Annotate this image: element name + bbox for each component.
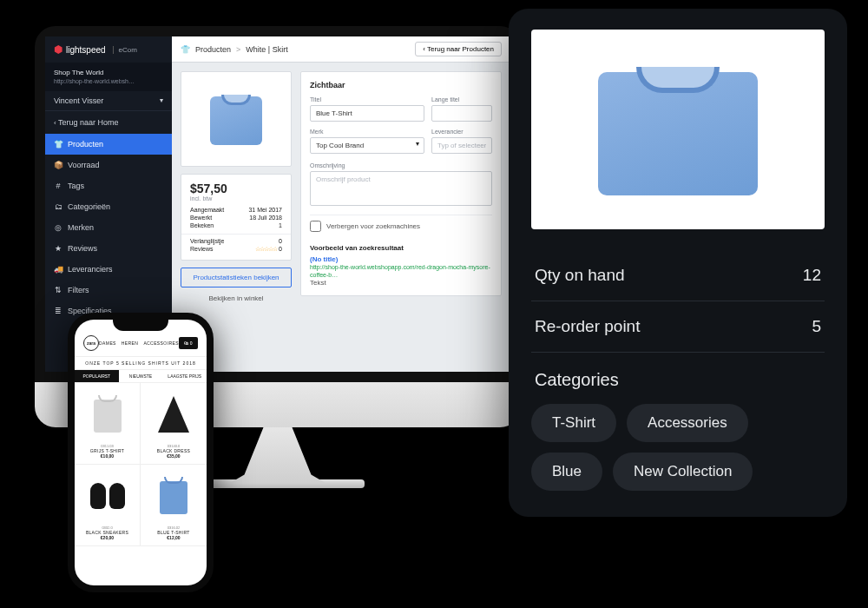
breadcrumb-leaf: White | Skirt — [246, 45, 287, 54]
desc-label: Omschrijving — [310, 162, 492, 169]
sidebar-item-merken[interactable]: ◎Merken — [45, 217, 172, 238]
form-section-visible: Zichtbaar — [310, 81, 492, 89]
mobile-nav-link[interactable]: Heren — [122, 340, 139, 346]
sidebar-item-label: Voorraad — [68, 161, 100, 169]
overlay-row-reorder: Re-order point 5 — [531, 301, 825, 353]
meta-label: Bewerkt — [190, 215, 212, 221]
chevron-down-icon: ▾ — [160, 96, 163, 104]
sidebar-item-categorieen[interactable]: 🗂Categorieën — [45, 196, 172, 217]
view-in-store-link[interactable]: Bekijken in winkel — [181, 294, 292, 302]
sort-tab-popular[interactable]: POPULAIRST — [75, 370, 119, 382]
sidebar-item-filters[interactable]: ⇅Filters — [45, 280, 172, 301]
brand-select[interactable] — [310, 137, 424, 154]
mobile-nav: Dames Heren Accessoires — [99, 340, 179, 346]
shoe-icon — [109, 483, 125, 509]
mobile-product-cell[interactable]: 0316.02 Blue T-Shirt €12,00 — [141, 465, 207, 546]
product-image-tshirt — [205, 88, 267, 150]
back-home-link[interactable]: ‹ Terug naar Home — [45, 111, 172, 134]
overlay-row-label: Re-order point — [535, 317, 640, 336]
product-summary-col: $57,50 incl. btw Aangemaakt31 Mei 2017 B… — [181, 71, 292, 302]
back-to-products-button[interactable]: ‹ Terug naar Producten — [415, 42, 502, 56]
sidebar-item-leveranciers[interactable]: 🚚Leveranciers — [45, 259, 172, 280]
breadcrumb-bar: 👕 Producten > White | Skirt ‹ Terug naar… — [172, 36, 510, 63]
shop-block[interactable]: Shop The World http://shop-the-world.web… — [45, 63, 172, 91]
meta-label: Aangemaakt — [190, 207, 224, 213]
sidebar-item-label: Categorieën — [68, 202, 110, 211]
overlay-row-value: 5 — [812, 317, 821, 336]
tee-icon — [94, 400, 122, 433]
box-icon: 📦 — [54, 161, 62, 169]
sidebar-item-label: Reviews — [68, 244, 97, 253]
category-chips: T-Shirt Accessories Blue New Collection — [531, 404, 825, 491]
brand-sub: eCom — [113, 46, 137, 54]
iphone-mock: zara Dames Heren Accessoires 🛍 0 ONZE TO… — [68, 313, 214, 592]
shirt-icon: 👕 — [54, 140, 62, 149]
mobile-product-cell[interactable]: 03140.0 Black Dress €35,00 — [141, 383, 207, 465]
long-title-input[interactable] — [431, 105, 492, 122]
preview-url[interactable]: http://shop-the-world.webshopapp.com/red… — [310, 264, 490, 278]
category-chip[interactable]: New Collection — [613, 453, 753, 491]
overlay-row-qty: Qty on hand 12 — [531, 250, 825, 301]
product-image-card[interactable] — [181, 71, 292, 167]
target-icon: ◎ — [54, 223, 62, 232]
breadcrumb-sep: > — [236, 45, 240, 54]
category-chip[interactable]: Blue — [531, 453, 602, 491]
overlay-row-value: 12 — [803, 266, 821, 285]
mobile-nav-link[interactable]: Accessoires — [143, 340, 179, 346]
sort-tab-newest[interactable]: NIEUWSTE — [119, 370, 163, 382]
mobile-heading: ONZE TOP 5 SELLING SHIRTS UIT 2018 — [75, 356, 207, 370]
product-incl: incl. btw — [190, 195, 282, 202]
shop-url: http://shop-the-world.websh… — [54, 77, 163, 86]
category-chip[interactable]: Accessories — [627, 404, 748, 442]
brand-logo: ⬢ lightspeed eCom — [45, 36, 172, 63]
product-form-card: Zichtbaar Titel Lange titel — [300, 71, 502, 296]
hide-search-checkbox[interactable] — [310, 221, 321, 232]
meta-label: Bekeken — [190, 222, 214, 228]
truck-icon: 🚚 — [54, 265, 62, 274]
ecom-body: $57,50 incl. btw Aangemaakt31 Mei 2017 B… — [172, 63, 510, 311]
product-image-tshirt — [582, 51, 773, 208]
chevron-down-icon: ▾ — [416, 140, 419, 148]
mobile-logo[interactable]: zara — [83, 335, 99, 351]
product-price: €20,00 — [78, 535, 136, 540]
sidebar-item-label: Merken — [68, 223, 94, 232]
flame-icon: ⬢ — [54, 43, 62, 56]
supplier-input[interactable] — [431, 137, 492, 154]
sidebar-item-producten[interactable]: 👕Producten — [45, 134, 172, 155]
long-title-label: Lange titel — [431, 96, 492, 102]
product-price: €12,00 — [144, 535, 203, 540]
back-button-label: Terug naar Producten — [427, 45, 494, 53]
sort-tab-low[interactable]: LAAGSTE PRIJS — [162, 370, 207, 382]
hash-icon: # — [54, 182, 62, 190]
product-price: $57,50 — [190, 182, 282, 195]
mobile-nav-link[interactable]: Dames — [99, 340, 116, 346]
desc-textarea[interactable]: Omschrijf product — [310, 171, 492, 206]
shop-name: Shop The World — [54, 68, 163, 77]
sidebar-item-tags[interactable]: #Tags — [45, 175, 172, 196]
brand-name: lightspeed — [66, 45, 106, 55]
mobile-product-grid: 0311.03 Grijs T-shirt €10,00 03140.0 Bla… — [75, 383, 207, 546]
breadcrumb-root[interactable]: Producten — [195, 45, 231, 54]
meta-label: Reviews — [190, 246, 213, 253]
sidebar-item-voorraad[interactable]: 📦Voorraad — [45, 155, 172, 175]
mobile-product-cell[interactable]: 0332.0 Black Sneakers €20,00 — [75, 465, 141, 546]
preview-no-title: (No title) — [310, 255, 492, 263]
mobile-product-cell[interactable]: 0311.03 Grijs T-shirt €10,00 — [75, 383, 141, 465]
sidebar-item-reviews[interactable]: ★Reviews — [45, 238, 172, 259]
category-chip[interactable]: T-Shirt — [531, 404, 616, 442]
user-menu[interactable]: Vincent Visser ▾ — [45, 91, 172, 111]
product-stats-button[interactable]: Productstatistieken bekijken — [181, 268, 292, 287]
supplier-label: Leverancier — [431, 129, 492, 135]
sidebar-item-label: Producten — [68, 140, 103, 149]
meta-value: 0 — [279, 238, 282, 244]
preview-text: Tekst — [310, 279, 492, 287]
back-home-label: Terug naar Home — [58, 118, 119, 127]
brand-label: Merk — [310, 129, 424, 135]
meta-value: 31 Mei 2017 — [248, 207, 282, 213]
product-price: €10,00 — [78, 453, 136, 459]
imac-stand — [230, 427, 326, 483]
star-icon: ★ — [54, 244, 62, 253]
dress-icon — [158, 396, 189, 433]
mobile-cart[interactable]: 🛍 0 — [179, 337, 198, 349]
title-input[interactable] — [310, 105, 424, 122]
